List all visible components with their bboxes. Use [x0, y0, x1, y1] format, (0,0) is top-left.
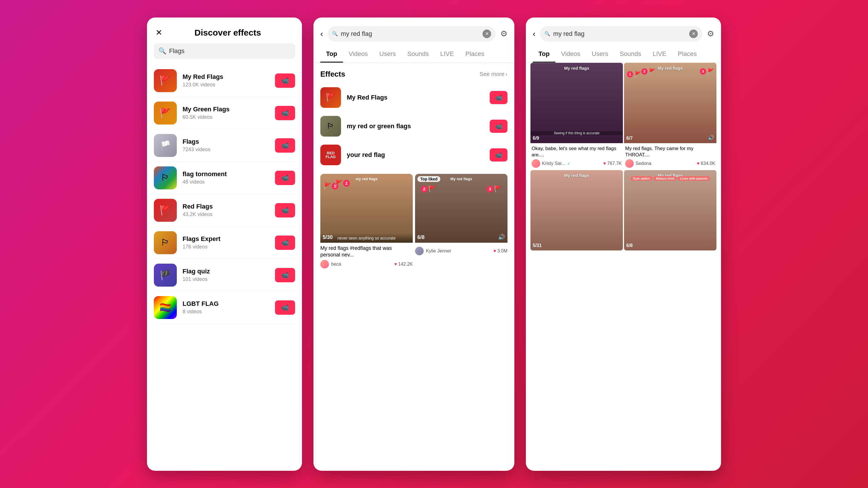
- search-field-3[interactable]: [553, 30, 686, 38]
- effect-thumb: 🚩: [154, 102, 177, 125]
- tab-top[interactable]: Top: [320, 46, 343, 63]
- effect-row: 🚩 My Red Flags 📹: [313, 83, 515, 112]
- effect-name: Red Flags: [183, 203, 269, 210]
- effect-info: Flags Expert 176 videos: [183, 235, 269, 250]
- video-desc: My red flags #redflags that was personal…: [320, 245, 413, 259]
- search-icon-3: 🔍: [545, 31, 550, 36]
- back-button-3[interactable]: ‹: [533, 29, 535, 38]
- effect-name: My Red Flags: [183, 73, 269, 80]
- main-video-card[interactable]: My red flags Gym addictAlways tiredLives…: [624, 170, 716, 251]
- avatar: [415, 247, 424, 255]
- likes-count: ♥142.2K: [394, 262, 413, 267]
- record-button-sm[interactable]: 📹: [490, 120, 507, 133]
- video-counter: 6/7: [626, 136, 632, 141]
- effect-info: Red Flags 43.2K videos: [183, 203, 269, 218]
- effect-row-thumb: 🏳: [320, 116, 341, 136]
- effect-item: 🚩 My Green Flags 60.5K videos 📹: [154, 97, 295, 129]
- avatar: [625, 159, 634, 168]
- effects-rows: 🚩 My Red Flags 📹 🏳 my red or green flags…: [313, 83, 515, 169]
- effect-info: My Red Flags 123.0K videos: [183, 73, 269, 88]
- discover-effects-panel: ✕ Discover effects 🔍 🚩 My Red Flags 123.…: [147, 18, 302, 471]
- main-video-grid: My red flags Seeing if this thing is acc…: [526, 63, 721, 255]
- tab-videos-3[interactable]: Videos: [555, 46, 586, 63]
- record-button-sm[interactable]: 📹: [490, 91, 507, 104]
- camera-icon-sm: 📹: [495, 123, 502, 130]
- filter-button[interactable]: ⚙: [500, 29, 507, 38]
- effect-item: 🏳 Flags Expert 176 videos 📹: [154, 227, 295, 259]
- video-grid-panel2: 🚩 1 🚩 2 my red flags never seen anything…: [313, 169, 515, 274]
- video-meta: Sedona ♥634.0K: [625, 159, 715, 168]
- tab-sounds-3[interactable]: Sounds: [614, 46, 647, 63]
- effects-section-title: Effects: [320, 70, 345, 78]
- tab-live[interactable]: LIVE: [435, 46, 460, 63]
- video-meta: beca ♥142.2K: [320, 260, 413, 268]
- filter-button-3[interactable]: ⚙: [707, 29, 714, 38]
- camera-icon: 📹: [281, 142, 289, 149]
- camera-icon-sm: 📹: [495, 152, 502, 158]
- tab-users-3[interactable]: Users: [586, 46, 614, 63]
- record-button[interactable]: 📹: [275, 268, 295, 282]
- see-more-button[interactable]: See more ›: [479, 71, 507, 77]
- camera-icon: 📹: [281, 206, 289, 214]
- record-button[interactable]: 📹: [275, 235, 295, 250]
- top-liked-badge: Top liked: [417, 176, 440, 182]
- effect-row: 🏳 my red or green flags 📹: [313, 112, 515, 140]
- panels-container: ✕ Discover effects 🔍 🚩 My Red Flags 123.…: [147, 18, 721, 471]
- search-input-bar: 🔍 ✕: [328, 26, 496, 42]
- camera-icon: 📹: [281, 174, 289, 182]
- effect-name: Flag quiz: [183, 268, 269, 275]
- effect-count: 123.0K videos: [183, 82, 269, 88]
- record-button[interactable]: 📹: [275, 106, 295, 120]
- record-button[interactable]: 📹: [275, 300, 295, 315]
- video-counter: 6/8: [626, 243, 632, 248]
- username: Sedona: [636, 161, 651, 166]
- main-video-card[interactable]: My red flags Seeing if this thing is acc…: [530, 63, 623, 169]
- main-video-card[interactable]: My red flags 1🚩 2🚩 3🚩 6/7 🔊 My red flags…: [624, 63, 716, 169]
- camera-icon: 📹: [281, 271, 289, 279]
- effects-section-header: Effects See more ›: [313, 63, 515, 83]
- tab-live-3[interactable]: LIVE: [647, 46, 672, 63]
- clear-button[interactable]: ✕: [483, 30, 491, 38]
- video-meta: Kylie Jenner ♥3.0M: [415, 247, 507, 255]
- video-info: My red flags #redflags that was personal…: [320, 243, 413, 270]
- effect-count: 7243 videos: [183, 147, 269, 153]
- main-video-card[interactable]: My red flags 5/31: [530, 170, 623, 251]
- panel1-header: ✕ Discover effects: [147, 18, 302, 43]
- sound-icon: 🔊: [708, 135, 714, 141]
- effect-row-name: your red flag: [347, 151, 484, 159]
- record-button-sm[interactable]: 📹: [490, 148, 507, 162]
- record-button[interactable]: 📹: [275, 171, 295, 185]
- effect-name: LGBT FLAG: [183, 300, 269, 307]
- tab-videos[interactable]: Videos: [343, 46, 374, 63]
- camera-icon: 📹: [281, 109, 289, 117]
- tab-users[interactable]: Users: [374, 46, 402, 63]
- back-button[interactable]: ‹: [320, 29, 323, 38]
- effect-info: My Green Flags 60.5K videos: [183, 105, 269, 120]
- tab-sounds[interactable]: Sounds: [402, 46, 435, 63]
- tab-top-3[interactable]: Top: [533, 46, 555, 63]
- video-card[interactable]: My red flags 2 🚩 3 🚩 Top liked 6/8 🔊 Kyl…: [415, 174, 507, 270]
- effect-info: flag tornoment 48 videos: [183, 170, 269, 185]
- record-button[interactable]: 📹: [275, 203, 295, 218]
- video-card[interactable]: 🚩 1 🚩 2 my red flags never seen anything…: [320, 174, 413, 270]
- effect-item: 🚩 My Red Flags 123.0K videos 📹: [154, 65, 295, 97]
- effect-name: flag tornoment: [183, 170, 269, 178]
- likes-count: ♥634.0K: [697, 161, 715, 166]
- video-title-overlay: My red flags: [530, 173, 623, 178]
- clear-button-3[interactable]: ✕: [689, 30, 698, 38]
- effect-thumb: 🏴: [154, 264, 177, 287]
- effect-row-name: My Red Flags: [347, 94, 484, 101]
- record-button[interactable]: 📹: [275, 138, 295, 153]
- panel2-header: ‹ 🔍 ✕ ⚙: [313, 18, 515, 46]
- tab-places[interactable]: Places: [460, 46, 490, 63]
- effect-count: 48 videos: [183, 179, 269, 185]
- record-button[interactable]: 📹: [275, 73, 295, 88]
- effect-count: 176 videos: [183, 244, 269, 250]
- close-icon[interactable]: ✕: [156, 28, 162, 37]
- avatar: [320, 260, 329, 268]
- search-field[interactable]: [341, 30, 479, 38]
- effect-row-name: my red or green flags: [347, 123, 484, 130]
- tab-places-3[interactable]: Places: [672, 46, 702, 63]
- effect-thumb: 🏳️: [154, 134, 177, 157]
- search-input[interactable]: [169, 47, 290, 55]
